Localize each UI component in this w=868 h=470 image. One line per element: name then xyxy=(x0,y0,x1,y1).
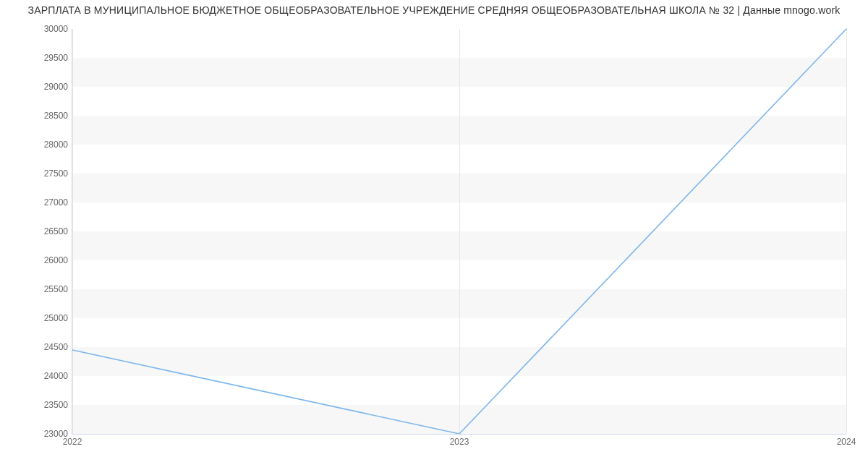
y-tick-label: 28000 xyxy=(25,140,68,150)
x-tick-label: 2023 xyxy=(450,437,469,447)
chart-title: ЗАРПЛАТА В МУНИЦИПАЛЬНОЕ БЮДЖЕТНОЕ ОБЩЕО… xyxy=(0,4,868,16)
y-tick-label: 27000 xyxy=(25,197,68,208)
y-tick-label: 28500 xyxy=(25,111,68,121)
y-tick-label: 25000 xyxy=(25,313,68,323)
grid-vertical xyxy=(846,29,847,434)
y-tick-label: 29000 xyxy=(25,82,68,92)
plot-area xyxy=(72,29,846,434)
x-tick-label: 2022 xyxy=(63,437,82,447)
y-tick-label: 26000 xyxy=(25,255,68,265)
salary-chart: ЗАРПЛАТА В МУНИЦИПАЛЬНОЕ БЮДЖЕТНОЕ ОБЩЕО… xyxy=(0,0,868,470)
y-tick-label: 29500 xyxy=(25,53,68,63)
y-tick-label: 23500 xyxy=(25,400,68,410)
y-axis-line xyxy=(72,29,72,434)
y-tick-label: 25500 xyxy=(25,284,68,294)
x-tick-label: 2024 xyxy=(837,437,856,447)
y-tick-label: 30000 xyxy=(25,24,68,34)
y-tick-label: 27500 xyxy=(25,168,68,179)
series-line xyxy=(72,29,846,434)
y-tick-label: 23000 xyxy=(25,429,68,439)
y-tick-label: 24000 xyxy=(25,371,68,381)
y-tick-label: 26500 xyxy=(25,226,68,236)
y-tick-label: 24500 xyxy=(25,342,68,352)
x-axis-line xyxy=(72,434,846,435)
